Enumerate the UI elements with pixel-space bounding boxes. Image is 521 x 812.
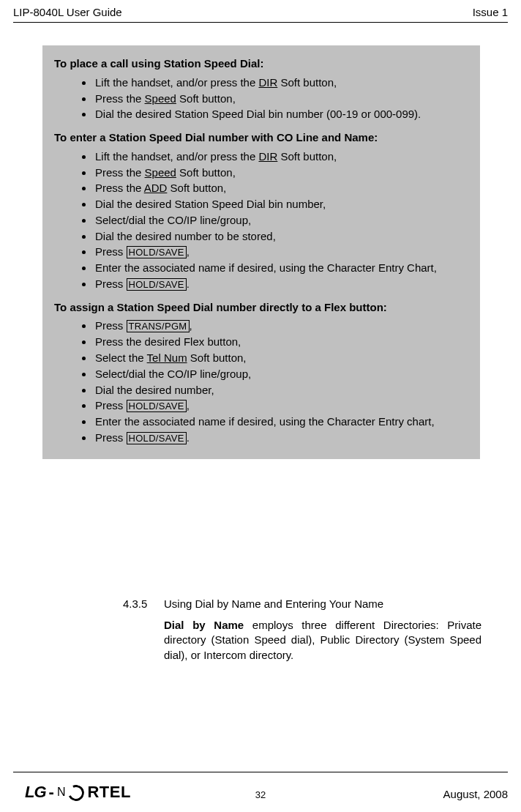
softkey-add: ADD	[144, 182, 168, 194]
list-item: Select/dial the CO/IP line/group,	[94, 212, 468, 228]
section-paragraph: Dial by Name employs three different Dir…	[164, 618, 481, 663]
list-item: Press the desired Flex button,	[94, 334, 468, 350]
key-hold-save: HOLD/SAVE	[127, 278, 187, 291]
key-hold-save: HOLD/SAVE	[127, 246, 187, 258]
nortel-swirl-icon: N	[57, 786, 66, 799]
list-item: Press HOLD/SAVE.	[94, 430, 468, 446]
header-right: Issue 1	[473, 6, 508, 18]
list-item: Press HOLD/SAVE.	[94, 276, 468, 292]
softkey-dir: DIR	[258, 76, 277, 89]
list-item: Enter the associated name if desired, us…	[94, 260, 468, 276]
footer-rule	[13, 772, 508, 772]
softkey-tel-num: Tel Num	[147, 351, 187, 364]
list-item: Select the Tel Num Soft button,	[94, 350, 468, 366]
header-underline	[13, 22, 508, 23]
list-item: Dial the desired Station Speed Dial bin …	[94, 106, 468, 122]
term-dial-by-name: Dial by Name	[164, 619, 244, 631]
list-item: Press the Speed Soft button,	[94, 165, 468, 181]
list-item: Press TRANS/PGM,	[94, 318, 468, 334]
list-item: Press the Speed Soft button,	[94, 91, 468, 107]
list-item: Dial the desired Station Speed Dial bin …	[94, 196, 468, 212]
page: LIP-8040L User Guide Issue 1 To place a …	[0, 0, 521, 812]
key-hold-save: HOLD/SAVE	[127, 400, 187, 412]
list-item: Dial the desired number,	[94, 382, 468, 398]
list-item: Press HOLD/SAVE,	[94, 244, 468, 260]
logo-dash: -	[49, 783, 54, 802]
key-trans-pgm: TRANS/PGM	[127, 320, 190, 332]
footer-date: August, 2008	[443, 788, 508, 800]
list-place-call: Lift the handset, and/or press the DIR S…	[94, 75, 468, 122]
instruction-box: To place a call using Station Speed Dial…	[42, 45, 480, 459]
list-item: Dial the desired number to be stored,	[94, 228, 468, 245]
list-item: Enter the associated name if desired, us…	[94, 414, 468, 430]
softkey-speed: Speed	[145, 166, 176, 179]
logo-rtel-text: RTEL	[87, 783, 130, 802]
list-item: Lift the handset, and/or press the DIR S…	[94, 149, 468, 165]
key-hold-save: HOLD/SAVE	[127, 432, 187, 444]
list-assign-flex: Press TRANS/PGM, Press the desired Flex …	[94, 318, 468, 445]
list-enter-number: Lift the handset, and/or press the DIR S…	[94, 149, 468, 292]
heading-enter-number: To enter a Station Speed Dial number wit…	[54, 130, 468, 146]
list-item: Press the ADD Soft button,	[94, 180, 468, 196]
logo-lg-text: LG	[25, 783, 46, 802]
header-left: LIP-8040L User Guide	[13, 6, 122, 18]
heading-place-call: To place a call using Station Speed Dial…	[54, 56, 468, 72]
softkey-speed: Speed	[145, 92, 176, 105]
list-item: Lift the handset, and/or press the DIR S…	[94, 75, 468, 91]
page-number: 32	[255, 789, 266, 800]
section-title: Using Dial by Name and Entering Your Nam…	[164, 597, 383, 610]
lg-nortel-logo: LG - N RTEL	[25, 783, 131, 802]
page-header: LIP-8040L User Guide Issue 1	[13, 6, 508, 18]
section-number: 4.3.5	[123, 597, 147, 610]
nortel-swirl-icon	[66, 783, 86, 803]
heading-assign-flex: To assign a Station Speed Dial number di…	[54, 299, 468, 316]
list-item: Press HOLD/SAVE,	[94, 398, 468, 414]
softkey-dir: DIR	[258, 150, 277, 163]
list-item: Select/dial the CO/IP line/group,	[94, 366, 468, 382]
